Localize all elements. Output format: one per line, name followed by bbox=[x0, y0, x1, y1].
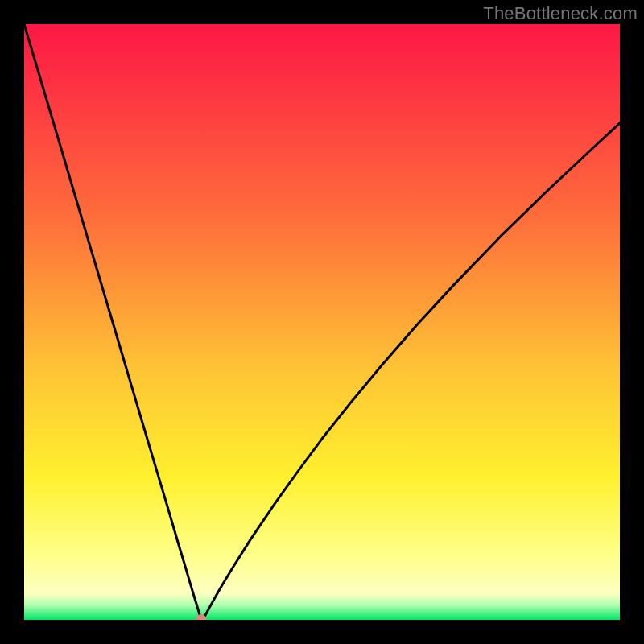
watermark-text: TheBottleneck.com bbox=[483, 3, 638, 24]
chart-stage: TheBottleneck.com bbox=[0, 0, 644, 644]
plot-area bbox=[24, 24, 620, 620]
plot-svg bbox=[24, 24, 620, 620]
